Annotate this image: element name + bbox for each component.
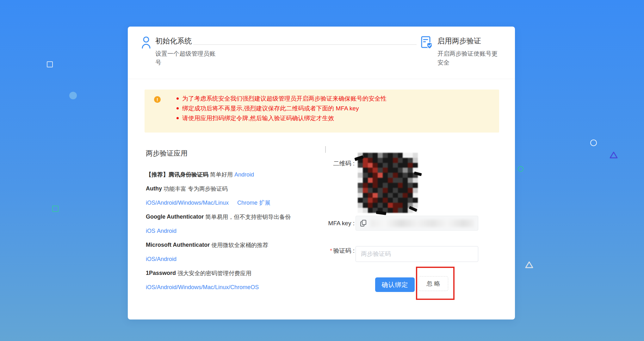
verification-code-input[interactable] — [356, 246, 478, 262]
app-row: 1Password 强大安全的密码管理付费应用 — [146, 266, 291, 281]
step-title: 启用两步验证 — [437, 36, 501, 46]
copy-icon[interactable] — [360, 220, 367, 227]
app-description: 强大安全的密码管理付费应用 — [176, 270, 251, 277]
required-asterisk: * — [330, 247, 332, 254]
mfa-key-field — [356, 216, 478, 231]
apps-list: 【推荐】腾讯身份验证码 简单好用 AndroidAuthy 功能丰富 专为两步验… — [146, 168, 291, 294]
page-background: { "steps": [ { "icon": "user-icon", "tit… — [0, 0, 644, 341]
step-connector-line — [193, 44, 417, 45]
app-row: Microsoft Authenticator 使用微软全家桶的推荐 — [146, 238, 291, 252]
app-description: 使用微软全家桶的推荐 — [210, 241, 268, 249]
app-download-link[interactable]: iOS/Android — [146, 256, 176, 263]
app-row: iOS/Android/Windows/Mac/LinuxChrome 扩展 — [146, 196, 291, 210]
decor-circle-outline-white — [590, 140, 597, 146]
decor-triangle-outline-indigo — [609, 151, 618, 159]
app-description: 简单易用，但不支持密钥导出备份 — [204, 213, 291, 221]
user-icon — [141, 36, 151, 67]
app-row: Authy 功能丰富 专为两步验证码 — [146, 182, 291, 196]
confirm-bind-button[interactable]: 确认绑定 — [375, 277, 415, 292]
ignore-button[interactable]: 忽 略 — [418, 276, 448, 291]
app-name: 【推荐】腾讯身份验证码 — [146, 171, 208, 178]
apps-heading: 两步验证应用 — [146, 149, 188, 158]
decor-square-outline-teal — [52, 206, 59, 212]
qr-mosaic — [358, 153, 418, 213]
mfa-key-label: MFA key : — [323, 220, 355, 227]
decor-triangle-outline-white — [524, 261, 534, 269]
app-download-link[interactable]: Android — [157, 228, 176, 234]
decor-square-outline — [47, 61, 53, 67]
app-name: 1Password — [146, 270, 176, 276]
exclamation-icon: ! — [154, 96, 161, 103]
app-download-link[interactable]: Chrome 扩展 — [237, 199, 270, 207]
qr-label: 二维码 : — [323, 159, 355, 168]
app-download-link[interactable]: Android — [234, 171, 254, 178]
app-name: Google Authenticator — [146, 214, 204, 220]
step-subtitle: 开启两步验证使账号更安全 — [437, 49, 501, 67]
app-name: Authy — [146, 185, 162, 192]
setup-card: 初始化系统 设置一个超级管理员账号 启用两步验证 开启两步验证使账号更安全 ! … — [128, 27, 515, 319]
step-enable-2fa: 启用两步验证 开启两步验证使账号更安全 — [421, 36, 501, 67]
warning-item: 为了考虑系统安全我们强烈建议超级管理员开启两步验证来确保账号的安全性 — [182, 94, 387, 103]
app-row: Google Authenticator 简单易用，但不支持密钥导出备份 — [146, 210, 291, 224]
app-row: iOS/Android/Windows/Mac/Linux/ChromeOS — [146, 280, 291, 294]
warning-item: 绑定成功后将不再显示,强烈建议保存此二维码或者下面的 MFA key — [182, 103, 387, 113]
warning-list: 为了考虑系统安全我们强烈建议超级管理员开启两步验证来确保账号的安全性绑定成功后将… — [182, 94, 387, 123]
app-description: 简单好用 — [208, 171, 234, 178]
header-divider — [128, 79, 515, 79]
step-title: 初始化系统 — [155, 36, 217, 46]
step-initialize-system: 初始化系统 设置一个超级管理员账号 — [141, 36, 217, 67]
qr-code-image — [358, 153, 418, 213]
warning-item: 请使用应用扫码绑定令牌,然后输入验证码确认绑定才生效 — [182, 113, 387, 123]
column-divider — [325, 146, 326, 153]
app-row: 【推荐】腾讯身份验证码 简单好用 Android — [146, 168, 291, 182]
app-name: Microsoft Authenticator — [146, 242, 210, 248]
app-row: iOS/Android — [146, 252, 291, 266]
app-download-link[interactable]: iOS — [146, 228, 155, 234]
warning-banner: ! 为了考虑系统安全我们强烈建议超级管理员开启两步验证来确保账号的安全性绑定成功… — [145, 90, 499, 133]
doc-shield-icon — [421, 36, 433, 67]
app-download-link[interactable]: iOS/Android/Windows/Mac/Linux/ChromeOS — [146, 284, 259, 291]
code-label: *验证码 : — [323, 247, 355, 255]
app-row: iOS Android — [146, 224, 291, 238]
app-download-link[interactable]: iOS/Android/Windows/Mac/Linux — [146, 200, 229, 206]
step-subtitle: 设置一个超级管理员账号 — [155, 49, 217, 67]
mfa-key-value-redacted — [370, 220, 474, 227]
app-description: 功能丰富 专为两步验证码 — [162, 185, 228, 193]
decor-circle-filled — [69, 92, 77, 99]
decor-circle-outline-teal — [518, 166, 523, 172]
